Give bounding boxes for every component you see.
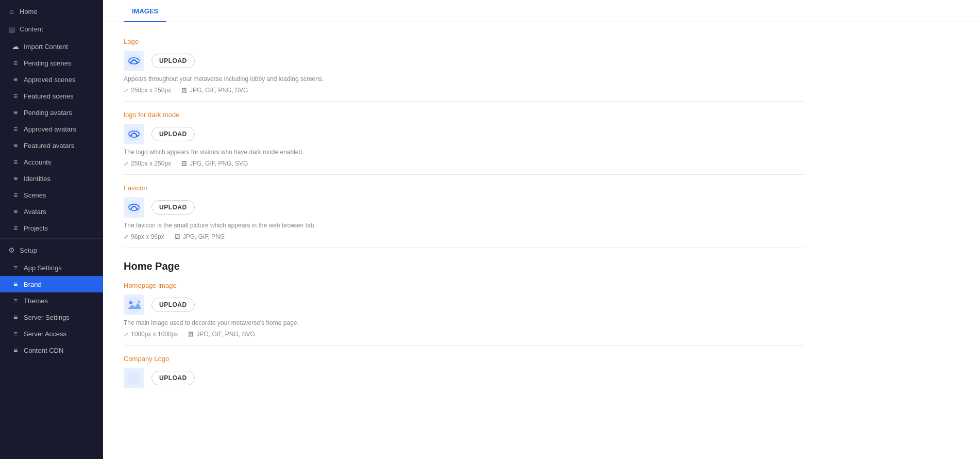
sidebar-item-label: Pending avatars [24,109,72,117]
expand-icon: ⤢ [124,234,128,240]
sidebar-item-featured-scenes[interactable]: ≡ Featured scenes [0,88,103,104]
company-logo-label: Company Logo [124,355,804,363]
tab-images[interactable]: IMAGES [124,0,166,22]
logo-dark-dimensions-text: 250px x 250px [131,160,171,167]
sidebar-item-home[interactable]: ⌂ Home [0,3,103,20]
sidebar-item-projects[interactable]: ≡ Projects [0,220,103,236]
list-icon: ≡ [11,264,20,272]
sidebar-item-identities[interactable]: ≡ Identities [0,170,103,187]
list-icon: ≡ [11,108,20,117]
sidebar-item-label: Content CDN [24,347,63,354]
image-icon: 🖼 [181,160,187,167]
logo-dark-label: logo for dark mode [124,111,804,119]
expand-icon: ⤢ [124,160,128,167]
list-icon: ≡ [11,75,20,84]
sidebar-item-approved-avatars[interactable]: ≡ Approved avatars [0,121,103,137]
sidebar-item-import-content[interactable]: ☁ Import Content [0,38,103,55]
sidebar-divider [0,238,103,239]
home-page-heading: Home Page [124,260,804,272]
homepage-image-section: Homepage image UPLOAD The main image use… [124,282,804,338]
gear-icon: ⚙ [7,246,15,254]
svg-point-7 [129,301,132,304]
logo-dark-dimensions: ⤢ 250px x 250px [124,160,171,167]
logo-dark-meta: ⤢ 250px x 250px 🖼 JPG, GIF, PNG, SVG [124,160,804,167]
sidebar-item-app-settings[interactable]: ≡ App Settings [0,259,103,276]
favicon-formats-text: JPG, GIF, PNG [183,233,225,240]
sidebar-item-label: Avatars [24,208,46,216]
sidebar-item-label: Approved avatars [24,125,76,133]
favicon-dimensions: ⤢ 96px x 96px [124,233,164,240]
sidebar-item-approved-scenes[interactable]: ≡ Approved scenes [0,71,103,88]
sidebar-item-pending-avatars[interactable]: ≡ Pending avatars [0,104,103,121]
logo-dimensions: ⤢ 250px x 250px [124,87,171,94]
sidebar-item-themes[interactable]: ≡ Themes [0,292,103,309]
logo-formats-text: JPG, GIF, PNG, SVG [190,87,248,94]
sidebar-item-label: Featured scenes [24,92,74,100]
logo-dark-formats-text: JPG, GIF, PNG, SVG [190,160,248,167]
homepage-image-description: The main image used to decorate your met… [124,319,804,326]
sidebar-section-label: Content [20,25,43,33]
sidebar-item-label: Import Content [24,43,68,51]
list-icon: ≡ [11,280,20,288]
sidebar-item-brand[interactable]: ≡ Brand [0,276,103,292]
sidebar-item-label: Server Settings [24,314,70,321]
sidebar-item-label: Server Access [24,330,66,338]
favicon-dimensions-text: 96px x 96px [131,233,164,240]
expand-icon: ⤢ [124,331,128,338]
sidebar-section-content[interactable]: ▤ Content [0,20,103,38]
main-content: IMAGES Logo UPLOAD Appears throughout yo… [103,0,980,459]
sidebar-item-label: Projects [24,224,48,232]
sidebar-item-content-cdn[interactable]: ≡ Content CDN [0,342,103,358]
sidebar-item-server-settings[interactable]: ≡ Server Settings [0,309,103,325]
expand-icon: ⤢ [124,87,128,94]
sidebar-item-featured-avatars[interactable]: ≡ Featured avatars [0,137,103,154]
section-divider-4 [124,345,804,346]
homepage-image-formats: 🖼 JPG, GIF, PNG, SVG [188,331,255,338]
favicon-preview [124,197,144,218]
company-logo-preview [124,368,144,388]
sidebar-item-scenes[interactable]: ≡ Scenes [0,187,103,203]
sidebar-item-server-access[interactable]: ≡ Server Access [0,325,103,342]
favicon-description: The favicon is the small picture which a… [124,222,804,229]
logo-section: Logo UPLOAD Appears throughout your meta… [124,38,804,94]
sidebar-item-accounts[interactable]: ≡ Accounts [0,154,103,170]
logo-dark-description: The logo which appears for visitors who … [124,149,804,156]
logo-formats: 🖼 JPG, GIF, PNG, SVG [181,87,248,94]
logo-dark-upload-button[interactable]: UPLOAD [151,127,195,141]
list-icon: ≡ [11,59,20,67]
logo-dark-preview [124,124,144,144]
favicon-upload-button[interactable]: UPLOAD [151,200,195,215]
sidebar: ⌂ Home ▤ Content ☁ Import Content ≡ Pend… [0,0,103,459]
sidebar-section-label: Setup [20,247,37,254]
image-icon: 🖼 [181,87,187,93]
list-icon: ≡ [11,224,20,232]
homepage-image-preview [124,294,144,315]
company-logo-row: UPLOAD [124,368,804,388]
sidebar-item-label: Pending scenes [24,59,72,67]
sidebar-item-label: Accounts [24,158,51,166]
homepage-image-upload-button[interactable]: UPLOAD [151,298,195,312]
content-area: Logo UPLOAD Appears throughout your meta… [103,22,824,409]
favicon-row: UPLOAD [124,197,804,218]
logo-upload-button[interactable]: UPLOAD [151,54,195,68]
list-icon: ≡ [11,174,20,183]
sidebar-item-label: Approved scenes [24,76,75,84]
homepage-image-formats-text: JPG, GIF, PNG, SVG [196,331,255,338]
favicon-section: Favicon UPLOAD The favicon is the small … [124,184,804,240]
list-icon: ≡ [11,191,20,199]
favicon-label: Favicon [124,184,804,192]
logo-dark-row: UPLOAD [124,124,804,144]
cloud-icon: ☁ [11,42,20,51]
company-logo-upload-button[interactable]: UPLOAD [151,371,195,385]
homepage-image-dimensions: ⤢ 1000px x 1000px [124,331,178,338]
sidebar-item-pending-scenes[interactable]: ≡ Pending scenes [0,55,103,71]
sidebar-item-label: Scenes [24,191,46,199]
sidebar-item-label: Featured avatars [24,142,74,150]
list-icon: ≡ [11,313,20,321]
sidebar-item-avatars[interactable]: ≡ Avatars [0,203,103,220]
home-icon: ⌂ [7,7,15,15]
sidebar-item-label: Themes [24,297,48,305]
svg-point-6 [126,297,142,313]
sidebar-section-setup[interactable]: ⚙ Setup [0,241,103,259]
list-icon: ≡ [11,207,20,216]
